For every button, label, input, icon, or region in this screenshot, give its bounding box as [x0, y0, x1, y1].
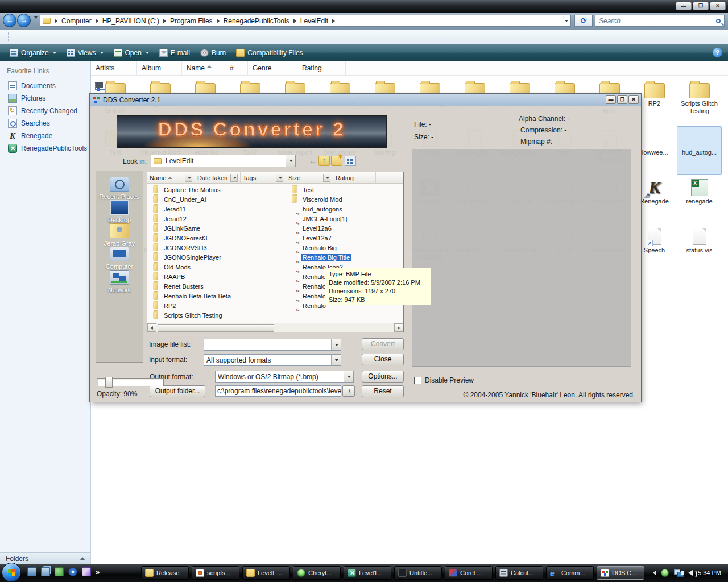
breadcrumb-item[interactable]: Program Files — [169, 17, 214, 25]
taskbar-button[interactable]: Comm... — [546, 566, 594, 580]
breadcrumb-dropdown-icon[interactable] — [565, 20, 568, 22]
places-bar-item[interactable]: Recent Places — [100, 177, 140, 200]
dropdown-button[interactable] — [331, 339, 341, 350]
list-item-folder[interactable]: Renhalo Beta Beta Beta — [151, 291, 233, 301]
list-item-folder[interactable]: Renet Busters — [151, 281, 233, 291]
list-column-header[interactable]: Rating — [333, 172, 376, 183]
help-icon[interactable]: ? — [713, 48, 722, 57]
sidebar-item[interactable]: Searches — [0, 117, 90, 130]
restore-button[interactable]: ❐ — [693, 2, 709, 10]
list-item-file[interactable]: Visceroid Mod — [289, 194, 351, 204]
dialog-close-button[interactable]: ✕ — [628, 95, 639, 104]
scroll-right-button[interactable] — [394, 323, 403, 332]
grip-handle[interactable] — [8, 32, 10, 41]
list-item-folder[interactable]: JGLinkGame — [151, 223, 233, 233]
dialog-maximize-button[interactable]: ❐ — [617, 95, 627, 104]
sidebar-item[interactable]: Pictures — [0, 92, 90, 105]
messenger-status-icon[interactable] — [661, 569, 669, 577]
menu-item[interactable] — [38, 35, 49, 39]
opacity-slider-thumb[interactable] — [105, 377, 113, 388]
sidebar-item[interactable]: Renegade — [0, 130, 90, 142]
toolbar-button[interactable]: Organize — [5, 47, 61, 59]
dropdown-button[interactable] — [331, 355, 341, 365]
list-item-folder[interactable]: Jerad11 — [151, 204, 233, 214]
toolbar-button[interactable]: Views — [61, 47, 109, 59]
input-format-combobox[interactable]: All supported formats — [204, 354, 341, 366]
minimize-button[interactable]: ▬ — [676, 2, 692, 10]
breadcrumb[interactable]: ComputerHP_PAVILION (C:)Program FilesRen… — [40, 15, 571, 27]
list-column-header[interactable]: Size — [286, 172, 333, 183]
opacity-slider[interactable] — [97, 378, 164, 386]
contacts-icon[interactable] — [55, 567, 64, 576]
search-box[interactable] — [595, 15, 725, 27]
show-desktop-icon[interactable] — [27, 567, 36, 576]
folders-band[interactable]: Folders — [0, 552, 90, 564]
breadcrumb-item[interactable]: RenegadePublicTools — [222, 17, 291, 25]
list-item-folder[interactable]: RP2 — [151, 301, 233, 310]
toolbar-button[interactable]: Burn — [195, 47, 231, 59]
breadcrumb-item[interactable]: Computer — [60, 17, 93, 25]
list-column-header[interactable]: Name — [147, 172, 195, 183]
column-header[interactable]: Rating — [297, 61, 346, 75]
options-button[interactable]: Options... — [362, 371, 404, 383]
places-bar-item[interactable]: Desktop — [100, 200, 140, 223]
breadcrumb-item[interactable]: HP_PAVILION (C:) — [101, 17, 160, 25]
dropdown-button[interactable] — [286, 155, 295, 167]
close-dialog-button[interactable]: Close — [362, 354, 404, 365]
list-item-file[interactable]: Renhalo Big — [289, 243, 351, 252]
disable-preview-checkbox[interactable] — [414, 377, 421, 384]
taskbar-button[interactable]: Corel ... — [445, 566, 493, 580]
view-menu-button[interactable] — [345, 156, 356, 166]
output-format-combobox[interactable]: Windows or OS/2 Bitmap (*.bmp) — [215, 371, 354, 383]
quick-launch-overflow[interactable]: » — [96, 568, 100, 576]
column-dropdown-button[interactable] — [276, 174, 283, 182]
menu-item[interactable] — [61, 35, 72, 39]
dialog-minimize-button[interactable]: ▬ — [606, 95, 616, 104]
horizontal-scrollbar[interactable] — [147, 323, 403, 332]
sidebar-item[interactable]: Documents — [0, 80, 90, 92]
taskbar-button[interactable]: Level1... — [344, 566, 391, 580]
start-button[interactable] — [2, 563, 21, 582]
list-item-file[interactable]: JMGEA-Logo[1] — [289, 214, 351, 223]
breadcrumb-item[interactable]: LevelEdit — [299, 17, 329, 25]
column-dropdown-button[interactable] — [230, 174, 238, 182]
places-bar-item[interactable]: Computer — [100, 247, 140, 270]
taskbar-button[interactable]: Untitle... — [394, 566, 442, 580]
file-grid-item[interactable]: hud_autog... — [677, 126, 722, 175]
scrollbar-thumb[interactable] — [158, 324, 274, 332]
places-bar-item[interactable]: Jerad Gray — [100, 223, 140, 247]
history-dropdown-icon[interactable] — [33, 19, 38, 26]
column-dropdown-button[interactable] — [185, 174, 192, 182]
file-grid-item[interactable]: renegade — [677, 175, 722, 224]
column-header[interactable]: # — [225, 61, 248, 75]
column-header[interactable]: Artists — [91, 61, 137, 75]
quicktime-icon[interactable] — [68, 567, 77, 576]
search-input[interactable] — [599, 17, 716, 25]
taskbar-button[interactable]: Release — [141, 566, 189, 580]
list-item-folder[interactable]: JGONOSinglePlayer — [151, 252, 233, 262]
list-item-folder[interactable]: CnC_Under_AI — [151, 194, 233, 204]
dropdown-button[interactable] — [344, 371, 353, 382]
file-grid-item[interactable]: status.vis — [677, 224, 722, 273]
sidebar-item[interactable]: RenegadePublicTools — [0, 142, 90, 155]
tray-expand-icon[interactable] — [653, 571, 656, 575]
forward-button[interactable]: → — [17, 14, 31, 27]
menu-item[interactable] — [27, 35, 38, 39]
look-in-combobox[interactable]: LevelEdit — [151, 155, 296, 167]
taskbar-button[interactable]: LevelE... — [242, 566, 290, 580]
output-folder-button[interactable]: Output folder... — [150, 385, 205, 397]
up-one-level-button[interactable] — [318, 156, 330, 166]
image-viewer-icon[interactable] — [82, 567, 91, 576]
new-folder-button[interactable] — [331, 156, 342, 166]
column-header[interactable]: Genre — [248, 61, 297, 75]
menu-item[interactable] — [15, 35, 27, 39]
list-item-folder[interactable]: Old Mods — [151, 262, 233, 272]
back-folder-button[interactable]: ← — [307, 156, 318, 166]
reset-button[interactable]: Reset — [362, 385, 404, 397]
taskbar-button[interactable]: Cheryl... — [293, 566, 341, 580]
image-file-list-combobox[interactable] — [204, 339, 341, 351]
volume-icon[interactable] — [688, 570, 693, 576]
list-item-file[interactable]: Level12a6 — [289, 223, 351, 233]
file-grid-item[interactable]: Scripts Glitch Testing — [677, 77, 722, 126]
list-item-folder[interactable]: Scripts Glitch Testing — [151, 310, 233, 320]
